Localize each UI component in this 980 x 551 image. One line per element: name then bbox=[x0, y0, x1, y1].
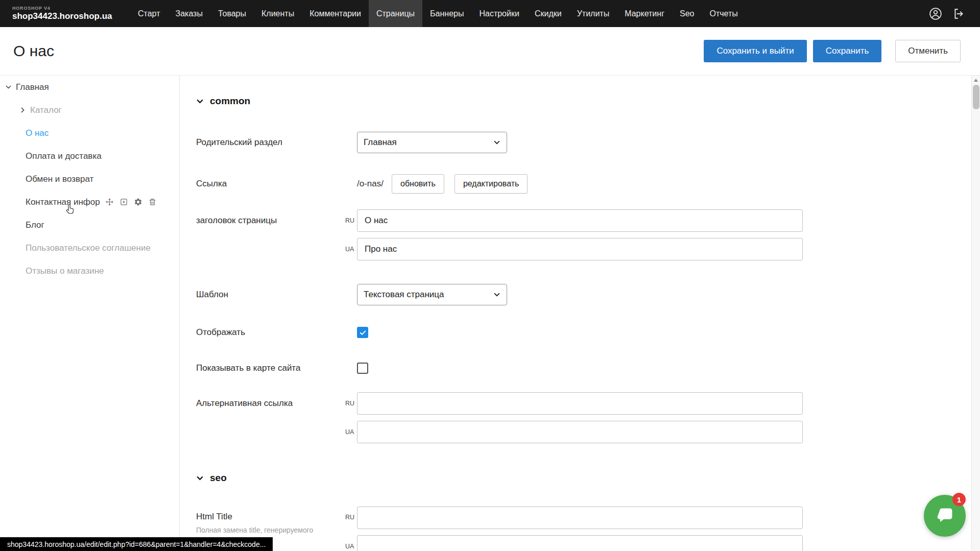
add-page-icon[interactable] bbox=[119, 198, 128, 206]
tree-label: Обмен и возврат bbox=[26, 174, 93, 184]
tree-label: Контактная инфор bbox=[26, 197, 100, 207]
move-icon[interactable] bbox=[105, 198, 114, 206]
top-navigation: HOROSHOP V4 shop34423.horoshop.ua Старт … bbox=[0, 0, 980, 27]
select-value: Главная bbox=[364, 137, 397, 148]
vertical-scrollbar[interactable] bbox=[971, 76, 980, 551]
cancel-button[interactable]: Отменить bbox=[895, 40, 961, 62]
sitemap-checkbox[interactable] bbox=[357, 363, 368, 374]
tree-row-actions bbox=[105, 198, 157, 206]
field-link: Ссылка /o-nas/ обновить редактировать bbox=[196, 174, 980, 194]
edit-link-button[interactable]: редактировать bbox=[455, 174, 528, 194]
field-page-title-ua: UA bbox=[196, 238, 980, 260]
nav-item-start[interactable]: Старт bbox=[130, 0, 168, 27]
field-html-title-ru: Html Title Полная замена title, генериру… bbox=[196, 507, 980, 529]
lang-badge-ru: RU bbox=[345, 514, 357, 521]
refresh-link-button[interactable]: обновить bbox=[392, 174, 444, 194]
alt-link-ua-input[interactable] bbox=[357, 421, 803, 443]
sidebar-item-blog[interactable]: Блог bbox=[0, 213, 179, 236]
nav-item-settings[interactable]: Настройки bbox=[471, 0, 527, 27]
nav-item-utilities[interactable]: Утилиты bbox=[569, 0, 617, 27]
logout-icon[interactable] bbox=[952, 7, 966, 20]
field-alt-link-ru: Альтернативная ссылка RU bbox=[196, 392, 980, 415]
save-and-exit-button[interactable]: Сохранить и выйти bbox=[704, 40, 806, 62]
page-header: О нас Сохранить и выйти Сохранить Отмени… bbox=[0, 27, 980, 76]
user-account-icon[interactable] bbox=[929, 7, 942, 20]
lang-badge-ua: UA bbox=[345, 543, 357, 550]
page-edit-form: common Родительский раздел Главная Ссылк… bbox=[180, 76, 980, 551]
app-logo[interactable]: HOROSHOP V4 shop34423.horoshop.ua bbox=[0, 0, 130, 27]
sidebar-item-o-nas[interactable]: О нас bbox=[0, 122, 179, 145]
tree-label: Каталог bbox=[30, 105, 62, 115]
page-title-ru-input[interactable] bbox=[357, 209, 803, 232]
delete-trash-icon[interactable] bbox=[148, 198, 157, 206]
sidebar-item-kontaktnaya-infor[interactable]: Контактная инфор bbox=[0, 190, 179, 213]
alt-link-ru-input[interactable] bbox=[357, 392, 803, 415]
field-label: заголовок страницы bbox=[196, 215, 345, 226]
field-template: Шаблон Текстовая страница bbox=[196, 284, 980, 305]
chevron-down-icon[interactable] bbox=[5, 84, 12, 90]
nav-item-pages[interactable]: Страницы bbox=[369, 0, 422, 27]
section-common[interactable]: common bbox=[196, 91, 980, 111]
chevron-right-icon[interactable] bbox=[19, 107, 26, 113]
section-title: seo bbox=[210, 472, 227, 484]
tree-label: Отзывы о магазине bbox=[26, 266, 104, 276]
browser-status-bar: shop34423.horoshop.ua/edit/edit.php?id=6… bbox=[0, 537, 273, 551]
nav-item-products[interactable]: Товары bbox=[210, 0, 254, 27]
sidebar-item-katalog[interactable]: Каталог bbox=[0, 99, 179, 122]
nav-item-clients[interactable]: Клиенты bbox=[254, 0, 302, 27]
sidebar-item-obmen-i-vozvrat[interactable]: Обмен и возврат bbox=[0, 167, 179, 190]
field-label: Альтернативная ссылка bbox=[196, 398, 345, 409]
nav-item-seo[interactable]: Seo bbox=[672, 0, 702, 27]
field-label: Ссылка bbox=[196, 179, 345, 189]
nav-item-discounts[interactable]: Скидки bbox=[527, 0, 569, 27]
tree-label: Главная bbox=[16, 82, 49, 92]
field-label: Родительский раздел bbox=[196, 137, 345, 148]
lang-badge-ua: UA bbox=[345, 246, 357, 253]
scroll-up-arrow-icon[interactable] bbox=[974, 79, 978, 82]
nav-item-comments[interactable]: Комментарии bbox=[302, 0, 369, 27]
page-body: Главная Каталог О нас Оплата и доставка … bbox=[0, 76, 980, 551]
main-menu: Старт Заказы Товары Клиенты Комментарии … bbox=[130, 0, 746, 27]
select-value: Текстовая страница bbox=[364, 290, 444, 300]
sidebar-item-glavnaya[interactable]: Главная bbox=[0, 76, 179, 99]
field-html-title-ua: UA bbox=[196, 535, 980, 551]
link-path: /o-nas/ bbox=[357, 179, 384, 189]
sidebar-item-oplata-i-dostavka[interactable]: Оплата и доставка bbox=[0, 145, 179, 167]
lang-badge-ru: RU bbox=[345, 217, 357, 224]
parent-section-select[interactable]: Главная bbox=[357, 132, 507, 153]
nav-item-banners[interactable]: Баннеры bbox=[422, 0, 471, 27]
nav-item-orders[interactable]: Заказы bbox=[168, 0, 210, 27]
html-title-ru-input[interactable] bbox=[357, 507, 803, 529]
section-seo[interactable]: seo bbox=[196, 468, 980, 488]
chevron-down-icon bbox=[493, 291, 500, 298]
save-button[interactable]: Сохранить bbox=[813, 40, 881, 62]
nav-right-icons bbox=[929, 0, 980, 27]
logo-shop-domain: shop34423.horoshop.ua bbox=[12, 11, 115, 21]
chat-unread-badge: 1 bbox=[952, 493, 966, 506]
field-label: Шаблон bbox=[196, 290, 345, 300]
field-parent-section: Родительский раздел Главная bbox=[196, 132, 980, 153]
html-title-ua-input[interactable] bbox=[357, 535, 803, 551]
tree-label: Блог bbox=[26, 220, 44, 230]
sidebar-item-otzyvy-o-magazine[interactable]: Отзывы о магазине bbox=[0, 259, 179, 282]
scrollbar-thumb[interactable] bbox=[973, 85, 979, 109]
page-title: О нас bbox=[13, 42, 54, 60]
logo-version-label: HOROSHOP V4 bbox=[12, 6, 115, 11]
page-title-ua-input[interactable] bbox=[357, 238, 803, 260]
field-alt-link-ua: UA bbox=[196, 421, 980, 443]
field-label: Отображать bbox=[196, 327, 345, 338]
nav-item-reports[interactable]: Отчеты bbox=[702, 0, 745, 27]
chevron-down-icon bbox=[196, 98, 204, 105]
field-label: Показывать в карте сайта bbox=[196, 363, 345, 373]
display-checkbox[interactable] bbox=[357, 327, 368, 338]
tree-label: Оплата и доставка bbox=[26, 151, 102, 161]
field-page-title-ru: заголовок страницы RU bbox=[196, 209, 980, 232]
template-select[interactable]: Текстовая страница bbox=[357, 284, 507, 305]
chevron-down-icon bbox=[493, 139, 500, 146]
sidebar-item-polzovatelskoe-soglashenie[interactable]: Пользовательское соглашение bbox=[0, 236, 179, 259]
nav-item-marketing[interactable]: Маркетинг bbox=[617, 0, 672, 27]
chat-launcher-button[interactable]: 1 bbox=[924, 495, 966, 537]
settings-gear-icon[interactable] bbox=[134, 198, 142, 206]
field-display: Отображать bbox=[196, 325, 980, 340]
tree-label: О нас bbox=[26, 128, 49, 138]
